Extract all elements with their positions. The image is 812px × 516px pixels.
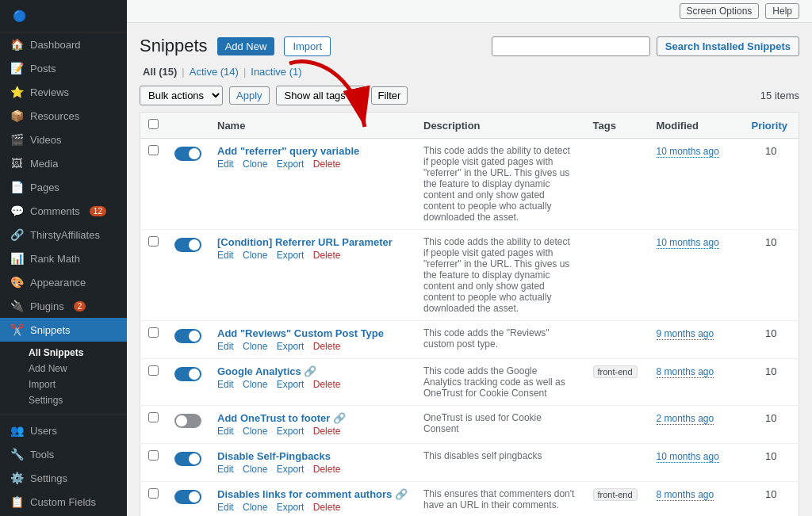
snippet-action-delete[interactable]: Delete <box>313 464 341 475</box>
snippet-action-delete[interactable]: Delete <box>313 159 341 170</box>
snippet-action-delete[interactable]: Delete <box>313 426 341 437</box>
snippet-name-link[interactable]: Add "Reviews" Custom Post Type <box>217 327 408 339</box>
filter-tab-all[interactable]: All (15) <box>140 66 180 78</box>
sidebar-item-resources[interactable]: 📦 Resources <box>0 104 127 128</box>
snippet-action-export[interactable]: Export <box>277 341 304 352</box>
snippet-action-edit[interactable]: Edit <box>217 464 234 475</box>
snippet-name-link[interactable]: Add OneTrust to footer 🔗 <box>217 412 408 424</box>
row-checkbox[interactable] <box>148 365 159 376</box>
modified-link[interactable]: 2 months ago <box>657 413 714 425</box>
modified-link[interactable]: 8 months ago <box>657 366 714 378</box>
filter-tab-active[interactable]: Active (14) <box>186 66 242 78</box>
snippet-action-export[interactable]: Export <box>277 426 304 437</box>
snippet-action-export[interactable]: Export <box>277 502 304 513</box>
row-toggle-cell <box>167 444 209 482</box>
snippet-action-clone[interactable]: Clone <box>243 250 267 261</box>
rankmath-icon: 📊 <box>10 252 24 265</box>
sidebar-item-thirsty[interactable]: 🔗 ThirstyAffiliates <box>0 223 127 247</box>
sidebar-item-appearance[interactable]: 🎨 Appearance <box>0 270 127 294</box>
snippet-toggle[interactable] <box>174 329 201 343</box>
snippet-toggle[interactable] <box>174 367 201 381</box>
filter-sep-1: | <box>180 66 186 78</box>
snippet-action-export[interactable]: Export <box>277 159 304 170</box>
row-checkbox[interactable] <box>148 450 159 461</box>
main-wrapper: Screen Options Help Snippets Add New Imp… <box>127 0 812 516</box>
modified-link[interactable]: 10 months ago <box>657 451 719 463</box>
snippet-action-edit[interactable]: Edit <box>217 250 234 261</box>
apply-button[interactable]: Apply <box>229 86 270 105</box>
snippet-toggle[interactable] <box>174 147 201 161</box>
snippet-toggle[interactable] <box>174 414 201 428</box>
snippet-action-edit[interactable]: Edit <box>217 341 234 352</box>
search-input[interactable] <box>492 36 650 56</box>
select-all-checkbox[interactable] <box>148 119 159 129</box>
modified-link[interactable]: 9 months ago <box>657 328 714 340</box>
sidebar-item-media[interactable]: 🖼 Media <box>0 151 127 175</box>
snippet-toggle[interactable] <box>174 490 201 504</box>
sidebar-sub-item-import[interactable]: Import <box>22 376 127 392</box>
sidebar-item-tools[interactable]: 🔧 Tools <box>0 442 127 466</box>
snippet-name-link[interactable]: [Condition] Referrer URL Parameter <box>217 236 408 248</box>
toggle-slider <box>174 238 201 252</box>
row-checkbox[interactable] <box>148 327 159 338</box>
snippet-action-edit[interactable]: Edit <box>217 502 234 513</box>
snippet-action-clone[interactable]: Clone <box>243 379 267 390</box>
row-checkbox[interactable] <box>148 412 159 422</box>
snippet-toggle[interactable] <box>174 452 201 466</box>
snippet-action-clone[interactable]: Clone <box>243 426 267 437</box>
snippet-action-export[interactable]: Export <box>277 464 304 475</box>
search-button[interactable]: Search Installed Snippets <box>657 36 799 56</box>
snippet-action-delete[interactable]: Delete <box>313 250 341 261</box>
row-modified-cell: 10 months ago <box>649 230 744 321</box>
sidebar-item-dashboard[interactable]: 🏠 Dashboard <box>0 32 127 56</box>
import-button[interactable]: Import <box>284 36 331 56</box>
snippet-action-clone[interactable]: Clone <box>243 341 267 352</box>
show-all-tags-dropdown[interactable]: Show all tags <box>276 86 365 105</box>
sidebar-item-custom-fields[interactable]: 📋 Custom Fields <box>0 490 127 514</box>
snippet-action-clone[interactable]: Clone <box>243 159 267 170</box>
sidebar-item-settings[interactable]: ⚙️ Settings <box>0 466 127 490</box>
snippet-name-link[interactable]: Disable Self-Pingbacks <box>217 450 408 462</box>
help-button[interactable]: Help <box>765 3 799 19</box>
snippet-name-link[interactable]: Disables links for comment authors 🔗 <box>217 488 408 500</box>
snippet-name-link[interactable]: Add "referrer" query variable <box>217 145 408 157</box>
sidebar-sub-item-all-snippets[interactable]: All Snippets <box>22 345 127 361</box>
snippet-action-delete[interactable]: Delete <box>313 502 341 513</box>
sidebar-item-pages[interactable]: 📄 Pages <box>0 175 127 199</box>
filter-button[interactable]: Filter <box>371 86 408 105</box>
sidebar-item-rankmath[interactable]: 📊 Rank Math <box>0 247 127 270</box>
sidebar-sub-item-settings[interactable]: Settings <box>22 392 127 408</box>
snippet-action-clone[interactable]: Clone <box>243 502 267 513</box>
sidebar-item-posts[interactable]: 📝 Posts <box>0 56 127 80</box>
snippet-action-export[interactable]: Export <box>277 250 304 261</box>
sidebar-item-users[interactable]: 👥 Users <box>0 419 127 442</box>
filter-tab-inactive[interactable]: Inactive (1) <box>247 66 304 78</box>
sidebar-item-comments[interactable]: 💬 Comments 12 <box>0 199 127 223</box>
bulk-actions-dropdown[interactable]: Bulk actions <box>140 86 223 105</box>
snippet-action-edit[interactable]: Edit <box>217 426 234 437</box>
sidebar-item-videos[interactable]: 🎬 Videos <box>0 128 127 151</box>
modified-link[interactable]: 10 months ago <box>657 146 719 158</box>
snippet-action-export[interactable]: Export <box>277 379 304 390</box>
add-new-button[interactable]: Add New <box>217 37 275 55</box>
snippet-action-clone[interactable]: Clone <box>243 464 267 475</box>
snippet-action-delete[interactable]: Delete <box>313 341 341 352</box>
sidebar-item-snippets[interactable]: ✂️ Snippets <box>0 318 127 342</box>
sidebar-sub-item-add-new[interactable]: Add New <box>22 361 127 376</box>
comments-icon: 💬 <box>10 204 24 217</box>
snippet-name-link[interactable]: Google Analytics 🔗 <box>217 365 408 377</box>
snippet-action-edit[interactable]: Edit <box>217 159 234 170</box>
sidebar-item-reviews[interactable]: ⭐ Reviews <box>0 80 127 104</box>
modified-link[interactable]: 8 months ago <box>657 489 714 501</box>
screen-options-button[interactable]: Screen Options <box>680 3 760 19</box>
toggle-slider <box>174 452 201 466</box>
row-checkbox[interactable] <box>148 145 159 155</box>
snippet-action-edit[interactable]: Edit <box>217 379 234 390</box>
row-checkbox[interactable] <box>148 236 159 247</box>
sidebar-item-plugins[interactable]: 🔌 Plugins 2 <box>0 294 127 318</box>
snippet-toggle[interactable] <box>174 238 201 252</box>
snippet-action-delete[interactable]: Delete <box>313 379 341 390</box>
modified-link[interactable]: 10 months ago <box>657 237 719 249</box>
row-modified-cell: 10 months ago <box>649 139 744 230</box>
row-checkbox[interactable] <box>148 488 159 499</box>
